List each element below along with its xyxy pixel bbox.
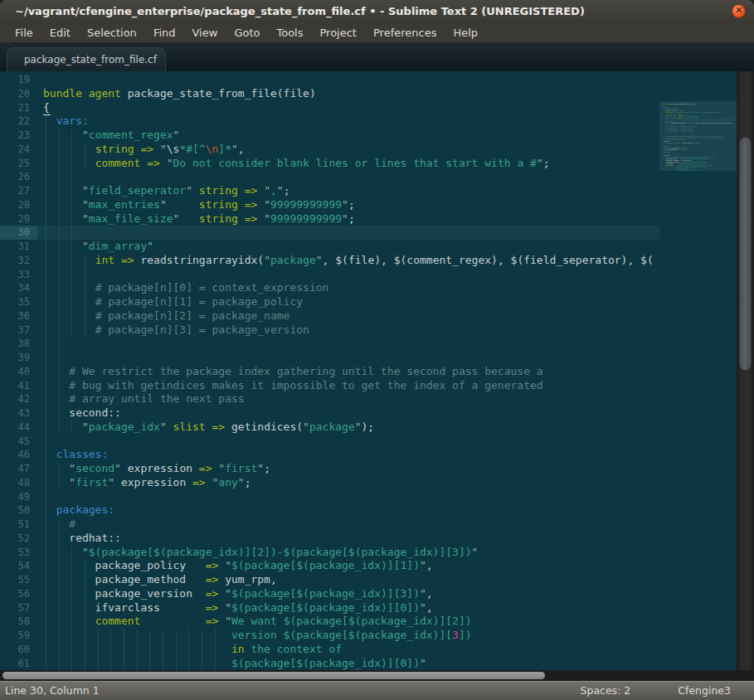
code-token: "	[231, 143, 238, 155]
indent-guide	[71, 546, 72, 560]
code-token: "	[355, 420, 362, 433]
code-line[interactable]: 37 # package[n][3] = package_version	[0, 323, 659, 338]
code-token: # array until the next pass	[69, 392, 244, 405]
code-line[interactable]: 52 redhat::	[0, 532, 659, 546]
horizontal-scrollbar[interactable]	[0, 670, 754, 681]
code-token: ;	[348, 198, 355, 211]
menu-item-goto[interactable]: Goto	[226, 22, 268, 43]
code-line[interactable]: 21{	[0, 101, 659, 115]
code-text: int => readstringarrayidx("package", $(f…	[37, 254, 659, 268]
indent-guide	[71, 643, 72, 657]
code-line[interactable]: 38	[0, 337, 659, 351]
code-line[interactable]: 40 # We restrict the package index gathe…	[0, 365, 659, 379]
code-token	[43, 323, 95, 336]
code-token	[43, 546, 82, 558]
code-line[interactable]: 33	[0, 268, 659, 282]
code-line[interactable]: 36 # package[n][2] = package_name	[0, 309, 659, 323]
code-line[interactable]: 58 comment => "We want $(package[$(packa…	[0, 615, 659, 629]
code-token: "	[82, 240, 89, 252]
code-line[interactable]: 23 "comment_regex"	[0, 129, 659, 143]
code-line[interactable]: 49	[0, 490, 659, 504]
code-token: "	[420, 587, 426, 600]
code-text: # We restrict the package index gatherin…	[37, 365, 659, 379]
code-token: # package[n][0] = context_expression	[95, 281, 329, 294]
code-line[interactable]: 61 $(package[$(package_idx)][0])"	[661, 169, 737, 171]
code-line[interactable]: 31 "dim_array"	[0, 240, 659, 254]
code-line[interactable]: 24 string => "\s*#[^\n]*",	[0, 143, 659, 157]
indent-guide	[59, 157, 60, 171]
menu-item-project[interactable]: Project	[311, 22, 364, 43]
code-line[interactable]: 55 package_method => yum_rpm,	[0, 573, 659, 587]
minimap-content: 1920bundle agent package_state_from_file…	[661, 101, 737, 171]
code-line[interactable]: 27 "field_seperator" string => ",";	[0, 184, 659, 198]
indent-guide	[46, 587, 46, 601]
syntax-mode[interactable]: Cfengine3	[678, 684, 731, 697]
menu-item-edit[interactable]: Edit	[41, 22, 79, 43]
code-line[interactable]: 44 "package_idx" slist => getindices("pa…	[0, 420, 659, 435]
vertical-scrollbar[interactable]	[737, 71, 754, 670]
code-token: "	[472, 546, 479, 558]
code-line[interactable]: 57 ifvarclass => "$(package[$(package_id…	[0, 601, 659, 615]
menu-item-tools[interactable]: Tools	[268, 22, 311, 43]
code-line[interactable]: 47 "second" expression => "first";	[0, 462, 659, 476]
code-token	[43, 254, 95, 266]
code-line[interactable]: 48 "first" expression => "any";	[0, 476, 659, 490]
menu-item-preferences[interactable]: Preferences	[365, 22, 445, 43]
code-line[interactable]: 22 vars:	[0, 114, 659, 129]
horizontal-scrollbar-thumb[interactable]	[2, 672, 545, 679]
line-number: 25	[0, 157, 37, 171]
code-token: =>	[245, 198, 258, 211]
code-line[interactable]: 46 classes:	[0, 448, 659, 462]
code-line[interactable]: 25 comment => "Do not consider blank lin…	[0, 157, 659, 171]
code-line[interactable]: 39	[0, 351, 659, 365]
code-line[interactable]: 26	[0, 170, 659, 184]
code-line[interactable]: 45	[0, 435, 659, 449]
code-line[interactable]: 56 package_version => "$(package[$(packa…	[0, 587, 659, 601]
code-token: ;	[245, 476, 251, 489]
indent-guide	[71, 559, 72, 573]
menu-item-selection[interactable]: Selection	[79, 22, 145, 43]
code-line[interactable]: 19	[0, 73, 659, 87]
code-token: # package[n][2] = package_name	[95, 309, 290, 322]
indent-guide	[46, 212, 46, 226]
vertical-scrollbar-thumb[interactable]	[739, 137, 752, 371]
code-line[interactable]: 30	[0, 226, 659, 240]
title-bar[interactable]: ~/vagrant/cfengine_enterprise/package_st…	[0, 0, 754, 22]
menu-item-help[interactable]: Help	[445, 22, 486, 43]
code-line[interactable]: 42 # array until the next pass	[0, 392, 659, 406]
code-token: ;	[284, 184, 290, 197]
code-line[interactable]: 60 in the context of	[0, 643, 659, 657]
code-line[interactable]: 28 "max_entries" string => "99999999999"…	[0, 198, 659, 212]
code-line[interactable]: 54 package_policy => "$(package[$(packag…	[0, 559, 659, 573]
indent-guide	[137, 643, 138, 657]
code-area[interactable]: 1920bundle agent package_state_from_file…	[0, 71, 659, 670]
code-token: # package[n][3] = package_version	[95, 323, 309, 336]
code-line[interactable]: 43 second::	[0, 406, 659, 420]
code-token: "	[264, 184, 270, 197]
code-token: ,	[426, 587, 433, 600]
close-button[interactable]: ✕	[732, 4, 746, 18]
code-line[interactable]: 53 "$(package[$(package_idx)][2])-$(pack…	[0, 546, 659, 560]
code-line[interactable]: 32 int => readstringarrayidx("package", …	[0, 254, 659, 268]
menu-item-find[interactable]: Find	[145, 22, 184, 43]
editor-main: 1920bundle agent package_state_from_file…	[0, 71, 754, 670]
indent-guide	[46, 379, 46, 393]
code-line[interactable]: 59 version $(package[$(package_idx)][3])	[0, 629, 659, 643]
code-line[interactable]: 29 "max_file_size" string => "9999999999…	[0, 212, 659, 226]
code-token: , $(file), $(comment_regex), $(field_sep…	[323, 254, 654, 266]
code-line[interactable]: 41 # bug with getindices makes it imposs…	[0, 379, 659, 393]
code-line[interactable]: 35 # package[n][1] = package_policy	[0, 295, 659, 309]
code-line[interactable]: 50 packages:	[0, 503, 659, 518]
menu-item-file[interactable]: File	[7, 22, 41, 43]
code-line[interactable]: 51 #	[0, 518, 659, 532]
menu-item-view[interactable]: View	[184, 22, 226, 43]
code-line[interactable]: 34 # package[n][0] = context_expression	[0, 281, 659, 295]
indent-setting[interactable]: Spaces: 2	[581, 684, 631, 697]
code-token: "	[420, 601, 426, 614]
code-line[interactable]: 20bundle agent package_state_from_file(f…	[0, 87, 659, 101]
code-line[interactable]: 61 $(package[$(package_idx)][0])"	[0, 657, 659, 671]
tab-package-state-from-file[interactable]: package_state_from_file.cf	[7, 47, 166, 71]
code-token: "	[225, 559, 231, 571]
code-token: ,	[426, 601, 433, 614]
minimap[interactable]: 1920bundle agent package_state_from_file…	[659, 71, 737, 670]
